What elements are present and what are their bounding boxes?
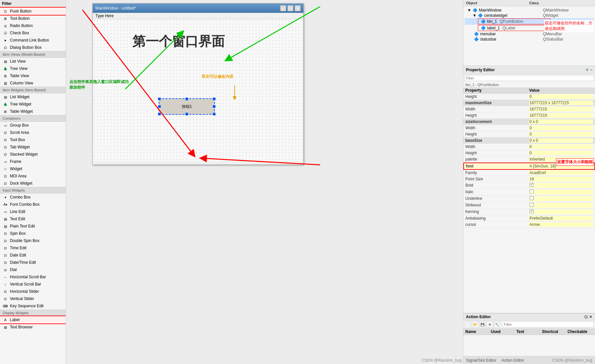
tree-row-statusbar[interactable]: 🔷statusbarQStatusBar — [465, 37, 594, 42]
action-save-btn[interactable]: 💾 — [479, 321, 486, 328]
sidebar-item-time-edit[interactable]: ⊡Time Edit — [0, 244, 66, 252]
action-delete-btn[interactable]: ✕ — [486, 321, 493, 328]
sidebar-item-plain-text-edit[interactable]: ▤Plain Text Edit — [0, 223, 66, 230]
prop-value-13: 18 — [529, 177, 593, 181]
sidebar-item-date-edit[interactable]: ⊡Date Edit — [0, 252, 66, 259]
sidebar-label-17: Scroll Area — [10, 130, 29, 135]
prop-checkbox-15[interactable] — [530, 190, 534, 194]
add-icon[interactable]: + — [586, 67, 589, 73]
sidebar-item-list-widget[interactable]: ▤List Widget — [0, 93, 66, 101]
sidebar-item-date/time-edit[interactable]: ⊡Date/Time Edit — [0, 259, 66, 266]
prop-row-6[interactable]: Height0 — [463, 131, 595, 137]
action-col-checkable: Checkable — [568, 329, 593, 334]
prop-row-9[interactable]: Height0 — [463, 150, 595, 156]
sidebar-item-text-edit[interactable]: ▤Text Edit — [0, 215, 66, 223]
sidebar-item-push-button[interactable]: ⊡Push Button — [0, 8, 66, 15]
tree-row-MainWindow[interactable]: ▼🔷MainWindowQMainWindow — [465, 8, 594, 13]
action-float-icon[interactable]: ⊡ — [584, 315, 588, 319]
prop-value-17 — [529, 203, 593, 208]
prop-row-13[interactable]: Point Size18 — [463, 176, 595, 182]
prop-checkbox-16[interactable] — [530, 196, 534, 200]
sidebar-item-tree-view[interactable]: 🌲Tree View — [0, 65, 66, 72]
prop-row-18[interactable]: Kerning — [463, 209, 595, 215]
sidebar-item-spin-box[interactable]: ⊡Spin Box — [0, 230, 66, 237]
prop-row-20[interactable]: cursorArrow — [463, 222, 595, 228]
sidebar-item-tree-widget[interactable]: 🌲Tree Widget — [0, 101, 66, 108]
tree-row-centralwidget[interactable]: ▼🔷centralwidgetQWidget — [465, 13, 594, 18]
sidebar-item-group-box[interactable]: ▭Group Box — [0, 122, 66, 129]
prop-checkbox-18[interactable] — [530, 209, 534, 213]
prop-row-8[interactable]: Width0 — [463, 144, 595, 150]
sidebar-item-stacked-widget[interactable]: ⊡Stacked Widget — [0, 151, 66, 158]
action-editor-tab[interactable]: Action Editor — [502, 358, 524, 363]
sidebar-icon-36: ◎ — [3, 267, 8, 272]
sidebar-item-command-link-button[interactable]: ➤Command Link Button — [0, 37, 66, 44]
sidebar-item-table-widget[interactable]: ⊞Table Widget — [0, 108, 66, 115]
prop-name-3: Height — [465, 113, 529, 118]
prop-row-16[interactable]: Underline — [463, 196, 595, 202]
minimize-button[interactable]: — — [280, 5, 286, 11]
prop-row-1[interactable]: maximumSize16777215 x 16777215 — [463, 100, 595, 106]
action-settings-btn[interactable]: 🔧 — [494, 321, 500, 328]
sidebar-item-mdi-area[interactable]: ⊡MDI Area — [0, 172, 66, 180]
minus-icon[interactable]: − — [590, 68, 592, 72]
prop-checkbox-17[interactable] — [530, 203, 534, 207]
sidebar-item-combo-box[interactable]: ▾Combo Box — [0, 194, 66, 201]
menu-type-here[interactable]: Type Here — [95, 14, 114, 18]
prop-row-0[interactable]: Height0 — [463, 94, 595, 100]
sidebar-item-double-spin-box[interactable]: ⊡Double Spin Box — [0, 237, 66, 244]
sidebar-item-tool-button[interactable]: ⊞Tool Button — [0, 15, 66, 22]
action-close-icon[interactable]: ✕ — [589, 315, 592, 319]
property-filter-input[interactable] — [464, 75, 594, 81]
action-filter-input[interactable] — [502, 321, 594, 327]
prop-row-2[interactable]: Width16777215 — [463, 106, 595, 112]
sidebar-item-vertical-slider[interactable]: ⊡Vertical Slider — [0, 295, 66, 302]
sidebar-item-radio-button[interactable]: ◎Radio Button — [0, 22, 66, 29]
prop-row-7[interactable]: baseSize0 x 0 — [463, 137, 595, 144]
sidebar-label-21: Frame — [10, 159, 21, 164]
sidebar-item-tab-widget[interactable]: ⊡Tab Widget — [0, 143, 66, 151]
sidebar-item-widget[interactable]: □Widget — [0, 165, 66, 172]
sidebar-item-vertical-scroll-bar[interactable]: ↕Vertical Scroll Bar — [0, 281, 66, 288]
qt-menubar[interactable]: Type Here — [93, 13, 303, 19]
qt-push-button[interactable]: 按钮1 — [159, 98, 215, 115]
signal-slot-editor-tab[interactable]: Signal/Slot Editor — [466, 358, 496, 363]
sidebar-item-table-view[interactable]: ⊞Table View — [0, 72, 66, 79]
close-button[interactable]: ✕ — [295, 5, 301, 11]
sidebar-item-text-browser[interactable]: ▤Text Browser — [0, 323, 66, 331]
action-open-btn[interactable]: 📂 — [472, 321, 479, 328]
sidebar-icon-30: ▤ — [3, 224, 8, 229]
prop-row-19[interactable]: AntialiasingPreferDefault — [463, 215, 595, 222]
sidebar-item-list-view[interactable]: ▤List View — [0, 58, 66, 65]
prop-row-15[interactable]: Italic — [463, 189, 595, 196]
red-box-wrapper-label_1: 🔷label_1QLabel — [478, 25, 554, 31]
sidebar-item-dial[interactable]: ◎Dial — [0, 266, 66, 273]
sidebar-item-scroll-area[interactable]: ⊡Scroll Area — [0, 129, 66, 136]
prop-name-13: Point Size — [465, 177, 529, 181]
tree-arrow-1: ▼ — [473, 13, 477, 18]
prop-row-17[interactable]: Strikeout — [463, 202, 595, 209]
prop-row-3[interactable]: Height16777215 — [463, 112, 595, 119]
action-col-shortcut: Shortcut — [542, 329, 567, 334]
maximize-button[interactable]: □ — [287, 5, 293, 11]
sidebar-item-horizontal-scroll-bar[interactable]: ↔Horizontal Scroll Bar — [0, 273, 66, 281]
sidebar-item-check-box[interactable]: ☑Check Box — [0, 29, 66, 37]
prop-row-14[interactable]: Bold — [463, 182, 595, 189]
sidebar-item-frame[interactable]: ▭Frame — [0, 158, 66, 165]
prop-name-2: Width — [465, 107, 529, 111]
tree-name-menubar: 🔷menubar — [473, 32, 543, 36]
prop-row-5[interactable]: Width0 — [463, 125, 595, 131]
prop-row-12[interactable]: FamilyAcadEref — [463, 170, 595, 176]
prop-checkbox-14[interactable] — [530, 183, 534, 187]
sidebar-item-font-combo-box[interactable]: A▾Font Combo Box — [0, 201, 66, 208]
sidebar-item-tool-box[interactable]: ⊡Tool Box — [0, 136, 66, 143]
action-new-btn[interactable]: 📄 — [465, 321, 471, 328]
sidebar-item-column-view[interactable]: ▥Column View — [0, 79, 66, 87]
sidebar-item-dialog-button-box[interactable]: ⊡Dialog Button Box — [0, 44, 66, 51]
sidebar-item-label[interactable]: ALabel — [0, 316, 66, 323]
sidebar-item-dock-widget[interactable]: ⊡Dock Widget — [0, 180, 66, 187]
sidebar-item-line-edit[interactable]: ▭Line Edit — [0, 208, 66, 215]
sidebar-item-horizontal-slider[interactable]: ⊡Horizontal Slider — [0, 288, 66, 295]
prop-row-4[interactable]: sizeIncrement0 x 0 — [463, 119, 595, 125]
sidebar-item-key-sequence-edit[interactable]: ⌨Key Sequence Edit — [0, 302, 66, 310]
